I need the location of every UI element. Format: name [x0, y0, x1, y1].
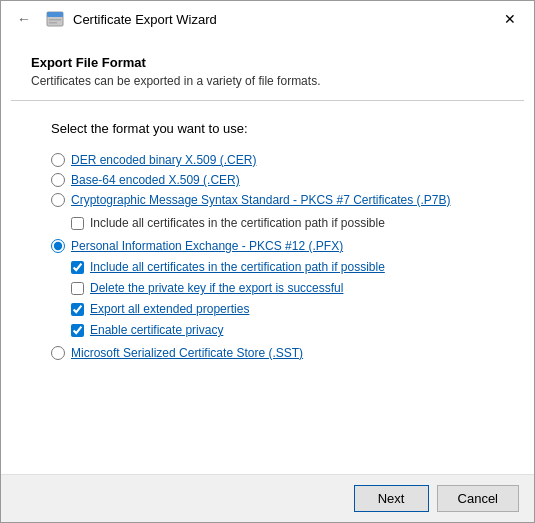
svg-rect-2: [49, 19, 61, 21]
header-title: Export File Format: [31, 55, 504, 70]
checkbox-pfx-inclall[interactable]: Include all certificates in the certific…: [71, 258, 484, 276]
radio-pkcs12[interactable]: [51, 239, 65, 253]
checkbox-pfx-extprops-input[interactable]: [71, 303, 84, 316]
label-sst[interactable]: Microsoft Serialized Certificate Store (…: [71, 346, 303, 360]
radio-item-pkcs12[interactable]: Personal Information Exchange - PKCS #12…: [51, 236, 484, 256]
label-pfx-deletekey[interactable]: Delete the private key if the export is …: [90, 281, 343, 295]
label-pfx-privacy[interactable]: Enable certificate privacy: [90, 323, 223, 337]
footer: Next Cancel: [1, 474, 534, 522]
checkbox-pfx-extprops[interactable]: Export all extended properties: [71, 300, 484, 318]
radio-base64[interactable]: [51, 173, 65, 187]
cancel-button[interactable]: Cancel: [437, 485, 519, 512]
pkcs7-sub-options: Include all certificates in the certific…: [71, 214, 484, 232]
header-desc: Certificates can be exported in a variet…: [31, 74, 504, 88]
wizard-icon: [45, 9, 65, 29]
checkbox-pfx-deletekey-input[interactable]: [71, 282, 84, 295]
title-bar-text: Certificate Export Wizard: [73, 12, 217, 27]
svg-rect-3: [49, 22, 57, 24]
radio-item-sst[interactable]: Microsoft Serialized Certificate Store (…: [51, 343, 484, 363]
radio-item-der[interactable]: DER encoded binary X.509 (.CER): [51, 150, 484, 170]
content: Export File Format Certificates can be e…: [1, 35, 534, 474]
radio-item-base64[interactable]: Base-64 encoded X.509 (.CER): [51, 170, 484, 190]
next-button[interactable]: Next: [354, 485, 429, 512]
label-pfx-extprops[interactable]: Export all extended properties: [90, 302, 249, 316]
back-button[interactable]: ←: [11, 9, 37, 29]
label-pkcs7[interactable]: Cryptographic Message Syntax Standard - …: [71, 193, 451, 207]
radio-sst[interactable]: [51, 346, 65, 360]
checkbox-pfx-privacy-input[interactable]: [71, 324, 84, 337]
label-base64[interactable]: Base-64 encoded X.509 (.CER): [71, 173, 240, 187]
title-bar-left: ← Certificate Export Wizard: [11, 9, 217, 29]
radio-item-pkcs7[interactable]: Cryptographic Message Syntax Standard - …: [51, 190, 484, 210]
label-pfx-inclall[interactable]: Include all certificates in the certific…: [90, 260, 385, 274]
dialog: ← Certificate Export Wizard ✕ Export Fil…: [0, 0, 535, 523]
close-button[interactable]: ✕: [496, 9, 524, 29]
radio-der[interactable]: [51, 153, 65, 167]
label-pkcs7-inclall[interactable]: Include all certificates in the certific…: [90, 216, 385, 230]
checkbox-pkcs7-inclall-input[interactable]: [71, 217, 84, 230]
radio-pkcs7[interactable]: [51, 193, 65, 207]
label-der[interactable]: DER encoded binary X.509 (.CER): [71, 153, 256, 167]
checkbox-pfx-deletekey[interactable]: Delete the private key if the export is …: [71, 279, 484, 297]
body-section: Select the format you want to use: DER e…: [1, 101, 534, 474]
checkbox-pkcs7-inclall[interactable]: Include all certificates in the certific…: [71, 214, 484, 232]
title-bar: ← Certificate Export Wizard ✕: [1, 1, 534, 35]
svg-rect-1: [47, 12, 63, 17]
checkbox-pfx-privacy[interactable]: Enable certificate privacy: [71, 321, 484, 339]
label-pkcs12[interactable]: Personal Information Exchange - PKCS #12…: [71, 239, 343, 253]
checkbox-pfx-inclall-input[interactable]: [71, 261, 84, 274]
pfx-sub-options: Include all certificates in the certific…: [71, 258, 484, 339]
select-label: Select the format you want to use:: [51, 121, 484, 136]
radio-group: DER encoded binary X.509 (.CER) Base-64 …: [51, 150, 484, 363]
header-section: Export File Format Certificates can be e…: [1, 35, 534, 100]
